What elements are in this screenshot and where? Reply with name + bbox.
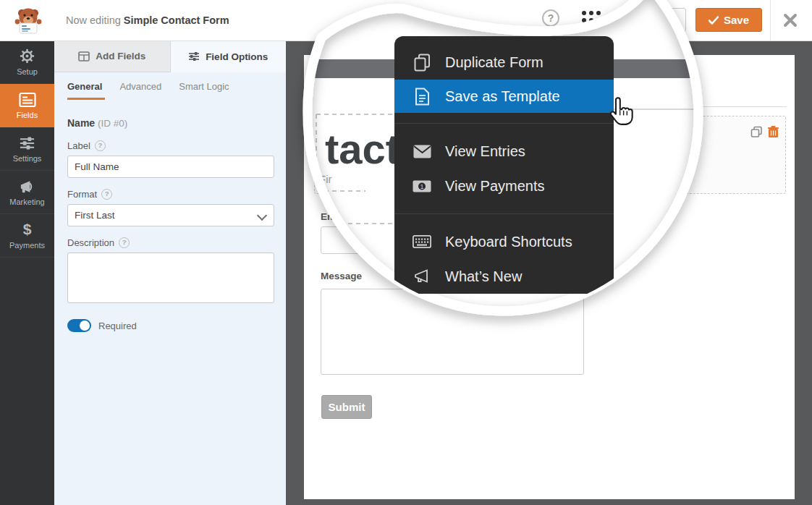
top-toolbar: Now editing Simple Contact Form ? Embed … bbox=[0, 0, 812, 41]
description-option-label: Description bbox=[67, 237, 114, 248]
sidebar-item-label: Settings bbox=[13, 154, 42, 163]
option-subtabs: General Advanced Smart Logic bbox=[67, 72, 286, 101]
required-toggle[interactable] bbox=[67, 319, 91, 332]
keyboard-icon bbox=[413, 235, 431, 248]
required-row: Required bbox=[67, 319, 274, 332]
sidebar-item-label: Marketing bbox=[9, 198, 44, 206]
editing-form-name: Simple Contact Form bbox=[124, 14, 229, 26]
close-builder-button[interactable] bbox=[782, 12, 798, 28]
label-option-label: Label bbox=[67, 140, 90, 151]
field-options-panel: Add Fields Field Options General Advance… bbox=[54, 41, 286, 505]
menu-item-label: View Payments bbox=[445, 178, 544, 195]
required-label: Required bbox=[98, 321, 137, 331]
now-editing-text: Now editing Simple Contact Form bbox=[66, 0, 229, 41]
sidebar-item-label: Payments bbox=[9, 241, 45, 250]
menu-item-keyboard-shortcuts[interactable]: Keyboard Shortcuts bbox=[394, 224, 614, 259]
menu-separator bbox=[394, 213, 614, 214]
menu-item-save-as-template[interactable]: Save as Template bbox=[394, 80, 614, 113]
now-editing-prefix: Now editing bbox=[66, 14, 121, 26]
panel-tabs: Add Fields Field Options bbox=[54, 41, 286, 72]
duplicate-icon bbox=[413, 54, 431, 72]
format-option-label: Format bbox=[67, 189, 97, 200]
add-fields-icon bbox=[78, 51, 90, 61]
sidebar-item-label: Fields bbox=[17, 111, 38, 119]
field-name-heading: Name (ID #0) bbox=[67, 117, 274, 129]
email-field-label: Email bbox=[321, 211, 347, 222]
wpforms-logo bbox=[0, 0, 54, 41]
sidebar-item-setup[interactable]: Setup bbox=[0, 41, 54, 84]
megaphone-icon bbox=[19, 179, 35, 195]
sidebar-item-settings[interactable]: Settings bbox=[0, 127, 54, 171]
toggle-knob bbox=[80, 321, 90, 331]
field-id: (ID #0) bbox=[98, 118, 127, 129]
label-option-row: Label ? bbox=[67, 140, 274, 151]
money-bill-icon: 1 bbox=[413, 180, 431, 192]
field-options-icon bbox=[188, 51, 200, 61]
field-name: Name bbox=[67, 117, 95, 129]
description-textarea[interactable] bbox=[67, 252, 274, 303]
check-icon bbox=[709, 16, 719, 25]
description-option-row: Description ? bbox=[67, 237, 274, 248]
delete-field-icon[interactable] bbox=[768, 126, 779, 138]
label-help-icon[interactable]: ? bbox=[95, 140, 106, 151]
close-icon bbox=[782, 12, 798, 28]
duplicate-field-icon[interactable] bbox=[750, 126, 763, 138]
menu-item-view-payments[interactable]: 1 View Payments bbox=[394, 169, 614, 203]
dollar-icon: $ bbox=[19, 221, 35, 238]
sidebar-item-label: Setup bbox=[17, 67, 38, 76]
subtab-advanced[interactable]: Advanced bbox=[119, 72, 161, 101]
menu-item-label: What’s New bbox=[445, 268, 522, 285]
help-icon[interactable]: ? bbox=[542, 9, 559, 27]
menu-separator bbox=[394, 123, 614, 124]
message-field-label: Message bbox=[321, 271, 362, 281]
menu-item-view-entries[interactable]: View Entries bbox=[394, 134, 614, 169]
format-option-row: Format ? bbox=[67, 189, 274, 200]
menu-item-label: Duplicate Form bbox=[445, 54, 544, 71]
gear-icon bbox=[19, 48, 35, 64]
embed-button[interactable]: Embed bbox=[624, 8, 686, 32]
tab-add-fields[interactable]: Add Fields bbox=[54, 41, 171, 72]
submit-button[interactable]: Submit bbox=[321, 395, 372, 419]
menu-item-whats-new[interactable]: What’s New bbox=[394, 259, 614, 294]
tab-field-options[interactable]: Field Options bbox=[171, 41, 287, 72]
label-input[interactable] bbox=[67, 156, 274, 178]
bear-logo-icon bbox=[12, 6, 43, 35]
envelope-icon bbox=[413, 145, 431, 158]
menu-item-label: Keyboard Shortcuts bbox=[445, 234, 572, 250]
template-file-icon bbox=[413, 88, 431, 106]
announce-icon bbox=[413, 268, 431, 284]
sliders-icon bbox=[19, 135, 35, 151]
builder-dropdown-menu: Duplicate Form Save as Template View Ent… bbox=[394, 36, 614, 294]
sidebar-item-fields[interactable]: Fields bbox=[0, 84, 54, 127]
field-options-body: Name (ID #0) Label ? Format ? First Last… bbox=[67, 110, 274, 332]
save-button[interactable]: Save bbox=[695, 8, 762, 32]
toolbar-separator bbox=[770, 0, 771, 41]
format-selected-value: First Last bbox=[75, 210, 115, 221]
builder-sidebar: Setup Fields Settings Marketing bbox=[0, 41, 54, 505]
fields-icon bbox=[19, 92, 36, 108]
format-select[interactable]: First Last bbox=[67, 204, 274, 226]
save-button-label: Save bbox=[724, 14, 749, 26]
sidebar-item-marketing[interactable]: Marketing bbox=[0, 171, 54, 214]
message-field-textarea[interactable] bbox=[321, 289, 584, 375]
menu-item-duplicate-form[interactable]: Duplicate Form bbox=[394, 45, 614, 80]
sidebar-item-payments[interactable]: $ Payments bbox=[0, 214, 54, 258]
menu-item-label: Save as Template bbox=[445, 88, 560, 105]
tab-add-fields-label: Add Fields bbox=[96, 51, 145, 61]
svg-text:1: 1 bbox=[420, 183, 423, 190]
subtab-smart-logic[interactable]: Smart Logic bbox=[179, 72, 229, 101]
description-help-icon[interactable]: ? bbox=[119, 237, 130, 248]
apps-grid-menu-icon[interactable] bbox=[582, 11, 601, 30]
svg-text:$: $ bbox=[23, 221, 32, 237]
format-help-icon[interactable]: ? bbox=[101, 189, 112, 200]
chevron-down-icon bbox=[257, 211, 267, 221]
menu-item-label: View Entries bbox=[445, 143, 525, 160]
subtab-general[interactable]: General bbox=[67, 72, 102, 101]
tab-field-options-label: Field Options bbox=[206, 51, 268, 62]
